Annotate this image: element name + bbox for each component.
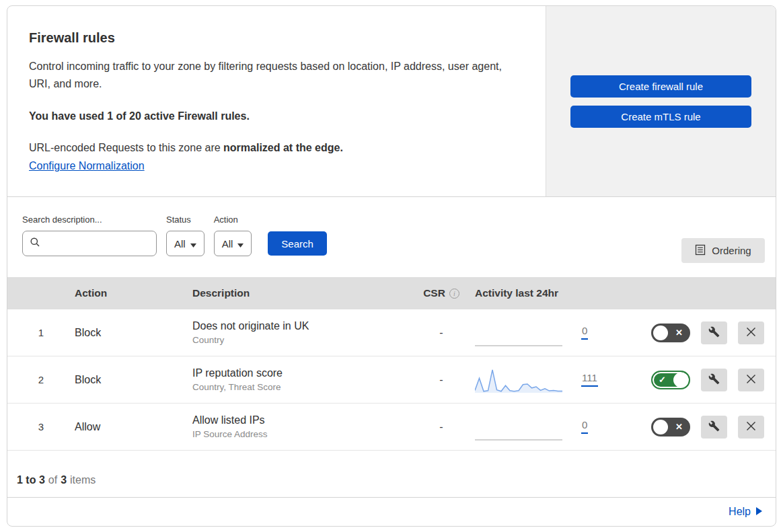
wrench-icon [708, 373, 720, 387]
rule-priority: 2 [7, 374, 75, 385]
table-row: 1 Block Does not originate in UK Country… [7, 309, 776, 356]
activity-count-link[interactable]: 0 [581, 420, 588, 434]
chevron-down-icon [237, 238, 244, 250]
rule-action: Allow [75, 421, 192, 433]
info-icon[interactable]: i [449, 289, 459, 299]
delete-rule-button[interactable] [738, 369, 764, 391]
action-filter-group: Action All [214, 215, 252, 256]
intro-text-block: Firewall rules Control incoming traffic … [7, 6, 546, 196]
rule-enabled-toggle[interactable]: ✓ ✕ [651, 418, 690, 436]
description-column-header: Description [192, 287, 408, 299]
status-label: Status [166, 215, 204, 225]
normalization-note: URL-encoded Requests to this zone are no… [29, 140, 519, 156]
rule-description: Does not originate in UK [192, 320, 408, 332]
status-selected-value: All [174, 238, 186, 250]
configure-normalization-link[interactable]: Configure Normalization [29, 160, 145, 172]
status-dropdown[interactable]: All [166, 231, 204, 256]
wrench-icon [708, 420, 720, 434]
create-firewall-rule-button[interactable]: Create firewall rule [570, 75, 751, 98]
table-header: Action Description CSRi Activity last 24… [7, 277, 776, 309]
status-filter-group: Status All [166, 215, 204, 256]
wrench-icon [708, 326, 720, 340]
items-range: 1 to 3 [17, 474, 45, 486]
rule-action: Block [75, 374, 192, 386]
ordering-label: Ordering [712, 245, 751, 256]
toggle-knob [653, 420, 668, 434]
activity-sparkline [475, 318, 562, 348]
activity-count-link[interactable]: 111 [581, 373, 598, 387]
rule-priority: 3 [7, 421, 75, 432]
csr-header-label: CSR [423, 287, 445, 299]
search-input[interactable] [46, 238, 180, 250]
table-row: 2 Block IP reputation score Country, Thr… [7, 356, 776, 404]
rule-description: IP reputation score [192, 367, 408, 379]
intro-section: Firewall rules Control incoming traffic … [7, 6, 776, 197]
close-icon [746, 421, 756, 433]
search-button[interactable]: Search [268, 231, 327, 256]
csr-value: - [439, 421, 443, 432]
chevron-down-icon [190, 238, 196, 250]
activity-sparkline [475, 365, 562, 395]
caret-right-icon [755, 506, 762, 518]
action-dropdown[interactable]: All [214, 231, 252, 256]
delete-rule-button[interactable] [738, 321, 764, 344]
x-icon: ✕ [675, 328, 683, 338]
toggle-knob [673, 373, 688, 387]
csr-value: - [439, 327, 443, 338]
help-label: Help [729, 506, 751, 518]
create-actions-panel: Create firewall rule Create mTLS rule [546, 6, 776, 196]
check-icon: ✓ [659, 375, 666, 385]
rule-action: Block [75, 327, 192, 339]
csr-column-header: CSRi [408, 287, 475, 299]
action-column-header: Action [75, 287, 192, 299]
items-total: 3 [61, 474, 67, 486]
normalization-bold-text: normalized at the edge. [223, 142, 343, 153]
x-icon: ✕ [675, 422, 683, 432]
rule-description: Allow listed IPs [192, 414, 408, 426]
activity-count-link[interactable]: 0 [581, 326, 588, 340]
page-description: Control incoming traffic to your zone by… [29, 58, 507, 93]
edit-rule-button[interactable] [701, 416, 727, 439]
search-group: Search description... [22, 215, 157, 256]
help-link[interactable]: Help [729, 506, 762, 518]
action-label: Action [214, 215, 252, 225]
items-of-text: of [48, 474, 57, 486]
pagination-summary: 1 to 3 of 3 items [7, 451, 776, 498]
ordering-button[interactable]: Ordering [681, 238, 765, 263]
delete-rule-button[interactable] [738, 416, 764, 439]
rule-enabled-toggle[interactable]: ✓ ✕ [651, 371, 690, 389]
filter-bar: Search description... Status All Action [7, 197, 776, 277]
usage-summary: You have used 1 of 20 active Firewall ru… [29, 110, 519, 122]
rule-criteria: Country, Threat Score [192, 382, 408, 392]
edit-rule-button[interactable] [701, 369, 727, 391]
ordering-icon [695, 244, 706, 258]
search-field[interactable] [22, 231, 157, 256]
edit-rule-button[interactable] [701, 321, 727, 344]
firewall-rules-panel: Firewall rules Control incoming traffic … [7, 5, 776, 527]
rule-priority: 1 [7, 327, 75, 338]
rule-criteria: Country [192, 335, 408, 345]
help-bar: Help [7, 498, 776, 526]
search-icon [30, 237, 40, 250]
toggle-knob [653, 326, 668, 340]
create-mtls-rule-button[interactable]: Create mTLS rule [570, 106, 751, 128]
close-icon [746, 374, 756, 386]
rule-enabled-toggle[interactable]: ✓ ✕ [651, 324, 690, 342]
table-row: 3 Allow Allow listed IPs IP Source Addre… [7, 404, 776, 451]
page-title: Firewall rules [29, 30, 519, 46]
items-label: items [70, 474, 96, 486]
search-label: Search description... [22, 215, 157, 225]
activity-column-header: Activity last 24hr [475, 287, 636, 299]
activity-sparkline [475, 412, 562, 442]
close-icon [746, 327, 756, 339]
csr-value: - [439, 374, 443, 385]
rule-criteria: IP Source Address [192, 429, 408, 439]
normalization-text: URL-encoded Requests to this zone are [29, 142, 223, 153]
action-selected-value: All [222, 238, 233, 250]
